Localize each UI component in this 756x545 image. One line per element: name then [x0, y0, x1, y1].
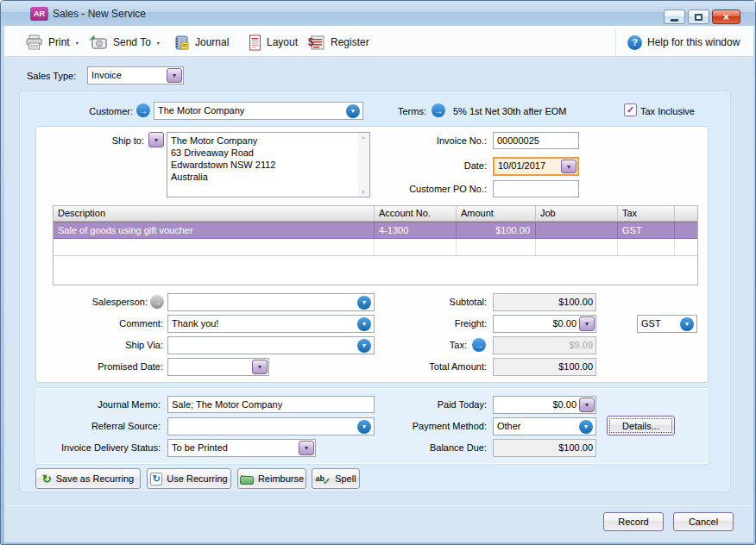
cell-tax[interactable] — [618, 239, 675, 255]
journal-memo-field[interactable]: Sale; The Motor Company — [167, 396, 375, 413]
paid-today-field[interactable]: $0.00 ▼ — [493, 396, 596, 414]
tax-field: $9.09 — [493, 336, 596, 354]
cell-tax[interactable]: GST — [618, 222, 675, 238]
invoice-no-field[interactable]: 00000025 — [493, 132, 579, 149]
layout-label: Layout — [267, 36, 298, 48]
salesperson-field[interactable]: ▼ — [167, 293, 375, 311]
scroll-up-icon[interactable]: ▲ — [361, 135, 366, 140]
chevron-down-icon[interactable]: ▼ — [357, 317, 371, 331]
help-button[interactable]: ? Help for this window — [624, 32, 743, 53]
maximize-icon — [695, 14, 702, 21]
tax-inclusive-checkbox[interactable]: ✓ — [624, 103, 637, 116]
cell-account-no[interactable]: 4-1300 — [375, 222, 457, 238]
print-label: Print — [48, 36, 70, 48]
send-to-button[interactable]: Send To ▾ — [84, 32, 163, 53]
journal-icon — [173, 34, 190, 51]
freight-tax-code-field[interactable]: GST ▼ — [637, 315, 697, 333]
close-button[interactable]: × — [712, 9, 740, 24]
reimburse-button[interactable]: ← Reimburse — [237, 468, 306, 489]
register-button[interactable]: $ Register — [305, 32, 373, 53]
col-description[interactable]: Description — [54, 206, 375, 221]
comment-field[interactable]: Thank you! ▼ — [167, 315, 375, 333]
terms-detail-arrow-icon[interactable]: → — [432, 103, 445, 117]
date-field[interactable]: 10/01/2017 ▼ — [493, 157, 579, 176]
layout-button[interactable]: Layout — [245, 32, 301, 53]
chevron-down-icon[interactable]: ▼ — [561, 160, 576, 173]
cell-description[interactable]: Sale of goods using gift voucher — [54, 222, 375, 238]
send-to-label: Send To — [113, 36, 151, 48]
spell-button[interactable]: ab✓ Spell — [312, 468, 360, 489]
col-amount[interactable]: Amount — [457, 206, 536, 221]
tax-label: Tax: — [372, 340, 467, 350]
customer-po-field[interactable] — [493, 180, 579, 197]
customer-detail-arrow-icon[interactable]: → — [136, 103, 150, 117]
check-icon: ✓ — [323, 476, 331, 487]
delivery-status-field[interactable]: To be Printed ▼ — [167, 439, 316, 457]
details-button[interactable]: Details... — [607, 416, 675, 435]
salesperson-detail-arrow-icon[interactable]: → — [150, 295, 164, 309]
save-as-recurring-button[interactable]: ↻ Save as Recurring — [35, 468, 141, 489]
payment-method-field[interactable]: Other ▼ — [493, 417, 596, 435]
freight-field[interactable]: $0.00 ▼ — [493, 315, 596, 333]
ship-to-scrollbar[interactable]: ▲ ▼ — [358, 133, 369, 197]
paid-today-value: $0.00 — [497, 399, 576, 410]
chevron-down-icon[interactable]: ▼ — [299, 441, 314, 455]
cancel-button[interactable]: Cancel — [673, 512, 734, 531]
ship-to-address[interactable]: The Motor Company 63 Driveaway Road Edwa… — [167, 132, 370, 197]
cell-description[interactable] — [54, 239, 375, 255]
use-recurring-button[interactable]: ↻ Use Recurring — [147, 468, 231, 489]
ship-via-field[interactable]: ▼ — [167, 336, 375, 354]
app-icon: AR — [30, 7, 48, 21]
payment-method-label: Payment Method: — [372, 421, 487, 431]
chevron-down-icon[interactable]: ▼ — [252, 360, 268, 374]
balance-due-field: $100.00 — [493, 439, 596, 457]
cell-blank — [675, 239, 696, 255]
table-row-empty[interactable] — [54, 239, 697, 256]
cell-amount[interactable] — [457, 239, 536, 255]
chevron-down-icon[interactable]: ▼ — [357, 339, 371, 353]
chevron-down-icon[interactable]: ▼ — [579, 420, 593, 434]
register-icon: $ — [308, 34, 325, 51]
print-button[interactable]: Print ▾ — [22, 32, 82, 53]
table-row[interactable]: Sale of goods using gift voucher 4-1300 … — [54, 222, 697, 239]
ship-to-dropdown[interactable]: ▼ — [148, 132, 164, 147]
chevron-down-icon[interactable]: ▼ — [680, 317, 694, 331]
chevron-down-icon[interactable]: ▼ — [357, 296, 371, 310]
maximize-button[interactable] — [688, 9, 709, 24]
printer-icon — [25, 34, 43, 51]
cell-amount[interactable]: $100.00 — [457, 222, 536, 238]
salesperson-label: Salesperson: — [53, 297, 148, 307]
balance-due-label: Balance Due: — [372, 442, 487, 453]
chevron-down-icon[interactable]: ▼ — [579, 316, 595, 331]
chevron-down-icon: ▼ — [154, 137, 160, 143]
subtotal-value: $100.00 — [497, 297, 593, 307]
freight-label: Freight: — [372, 318, 487, 329]
use-recurring-label: Use Recurring — [167, 473, 227, 484]
col-account-no[interactable]: Account No. — [375, 206, 457, 221]
customer-field[interactable]: The Motor Company ▼ — [154, 102, 363, 120]
chevron-down-icon[interactable]: ▼ — [357, 420, 371, 434]
journal-memo-label: Journal Memo: — [35, 399, 161, 410]
balance-due-value: $100.00 — [497, 442, 593, 453]
chevron-down-icon[interactable]: ▼ — [346, 104, 360, 118]
toolbar-separator — [615, 29, 616, 54]
cell-job[interactable] — [536, 222, 618, 238]
check-icon: ✓ — [627, 104, 634, 116]
sales-type-select[interactable]: Invoice ▼ — [87, 66, 184, 85]
cell-account-no[interactable] — [375, 239, 457, 255]
referral-source-field[interactable]: ▼ — [167, 417, 375, 435]
terms-label: Terms: — [381, 106, 426, 116]
scroll-down-icon[interactable]: ▼ — [361, 190, 366, 195]
chevron-down-icon[interactable]: ▼ — [167, 68, 182, 83]
chevron-down-icon[interactable]: ▼ — [579, 398, 595, 412]
tax-detail-arrow-icon[interactable]: → — [472, 338, 486, 352]
col-job[interactable]: Job — [536, 206, 618, 221]
col-tax[interactable]: Tax — [618, 206, 675, 221]
promised-date-field[interactable]: ▼ — [167, 358, 269, 376]
journal-button[interactable]: Journal — [170, 32, 232, 53]
cell-job[interactable] — [536, 239, 618, 255]
record-button[interactable]: Record — [603, 512, 664, 531]
minimize-button[interactable] — [664, 9, 685, 24]
footer-divider — [6, 505, 752, 506]
help-label: Help for this window — [647, 36, 740, 48]
